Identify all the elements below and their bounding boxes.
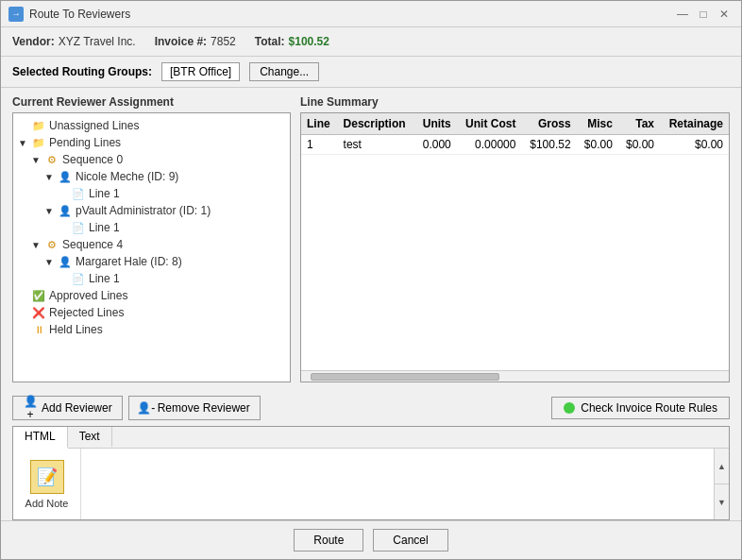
- table-row[interactable]: 1 test 0.000 0.00000 $100.52 $0.00 $0.00…: [301, 135, 729, 155]
- col-unit-cost: Unit Cost: [457, 113, 522, 135]
- notes-text-area[interactable]: [81, 449, 714, 519]
- col-units: Units: [415, 113, 457, 135]
- tree-node-label: Sequence 0: [62, 153, 123, 166]
- list-item[interactable]: ▼ ⚙ Sequence 4: [30, 236, 286, 253]
- toggle-icon: ▼: [43, 257, 55, 267]
- tree-node-label: Held Lines: [49, 323, 103, 336]
- add-note-button[interactable]: 📝: [30, 460, 64, 494]
- cell-tax: $0.00: [618, 135, 660, 155]
- cancel-button[interactable]: Cancel: [373, 529, 447, 552]
- list-item[interactable]: 📄 Line 1: [57, 219, 286, 236]
- cell-gross: $100.52: [521, 135, 576, 155]
- reviewer-buttons: 👤+ Add Reviewer 👤- Remove Reviewer: [12, 396, 261, 420]
- invoice-number: 7852: [211, 35, 236, 48]
- tree-node-label: Unassigned Lines: [49, 119, 139, 132]
- list-item[interactable]: ❌ Rejected Lines: [17, 304, 286, 321]
- route-button[interactable]: Route: [294, 529, 363, 552]
- change-button[interactable]: Change...: [249, 62, 319, 81]
- folder-icon: 📁: [31, 135, 46, 150]
- list-item[interactable]: 📁 Unassigned Lines: [17, 117, 286, 134]
- list-item[interactable]: ✅ Approved Lines: [17, 287, 286, 304]
- cell-units: 0.000: [415, 135, 457, 155]
- horizontal-scrollbar[interactable]: [301, 370, 729, 382]
- vendor-item: Vendor: XYZ Travel Inc.: [12, 35, 136, 48]
- list-item[interactable]: ▼ 📁 Pending Lines: [17, 134, 286, 151]
- col-misc: Misc: [577, 113, 618, 135]
- reviewer-assignment-title: Current Reviewer Assignment: [12, 95, 291, 109]
- vendor-bar: Vendor: XYZ Travel Inc. Invoice #: 7852 …: [1, 27, 741, 57]
- scroll-down-button[interactable]: ▼: [715, 484, 729, 519]
- list-item[interactable]: ▼ 👤 Margaret Hale (ID: 8): [43, 253, 286, 270]
- col-description: Description: [338, 113, 415, 135]
- user-icon: 👤: [58, 203, 73, 218]
- main-window: → Route To Reviewers — □ ✕ Vendor: XYZ T…: [0, 0, 742, 560]
- routing-bar: Selected Routing Groups: [BTR Office] Ch…: [1, 57, 741, 88]
- check-invoice-route-rules-button[interactable]: Check Invoice Route Rules: [551, 397, 730, 419]
- list-item[interactable]: ⏸ Held Lines: [17, 321, 286, 338]
- check-rules-label: Check Invoice Route Rules: [581, 401, 717, 415]
- tree-node-label: pVault Administrator (ID: 1): [76, 204, 211, 217]
- list-item[interactable]: 📄 Line 1: [57, 185, 286, 202]
- tree-node-label: Margaret Hale (ID: 8): [76, 255, 182, 268]
- toggle-icon: ▼: [30, 155, 42, 165]
- tree-node-label: Approved Lines: [49, 289, 127, 302]
- rejected-icon: ❌: [31, 305, 46, 320]
- toggle-icon: ▼: [43, 206, 55, 216]
- list-item[interactable]: ▼ ⚙ Sequence 0: [30, 151, 286, 168]
- titlebar: → Route To Reviewers — □ ✕: [1, 1, 741, 27]
- remove-reviewer-button[interactable]: 👤- Remove Reviewer: [128, 396, 261, 420]
- tree-node-label: Line 1: [89, 187, 120, 200]
- reviewer-tree[interactable]: 📁 Unassigned Lines ▼ 📁 Pending Lines ▼ ⚙…: [12, 112, 291, 382]
- notes-area: HTML Text 📝 Add Note ▲ ▼: [12, 426, 730, 520]
- sequence-icon: ⚙: [44, 152, 59, 167]
- maximize-button[interactable]: □: [694, 5, 713, 24]
- tree-node-label: Line 1: [89, 221, 120, 234]
- tree-node-label: Nicole Meche (ID: 9): [76, 170, 178, 183]
- cell-description: test: [338, 135, 415, 155]
- held-icon: ⏸: [31, 322, 46, 337]
- col-tax: Tax: [618, 113, 660, 135]
- col-line: Line: [301, 113, 338, 135]
- scroll-up-button[interactable]: ▲: [715, 449, 729, 484]
- sequence-icon: ⚙: [44, 237, 59, 252]
- tree-node-label: Sequence 4: [62, 238, 123, 251]
- document-icon: 📄: [71, 271, 86, 286]
- footer-bar: Route Cancel: [1, 520, 741, 559]
- list-item[interactable]: ▼ 👤 pVault Administrator (ID: 1): [43, 202, 286, 219]
- tab-text[interactable]: Text: [68, 427, 112, 448]
- tree-node-label: Rejected Lines: [49, 306, 124, 319]
- add-reviewer-button[interactable]: 👤+ Add Reviewer: [12, 396, 123, 420]
- right-panel: Line Summary Line Description Units Unit…: [300, 95, 730, 382]
- notes-content: 📝 Add Note ▲ ▼: [13, 449, 729, 519]
- toggle-icon: ▼: [43, 172, 55, 182]
- vendor-name: XYZ Travel Inc.: [59, 35, 136, 48]
- green-dot-icon: [564, 402, 575, 414]
- tab-html[interactable]: HTML: [13, 427, 68, 449]
- titlebar-left: → Route To Reviewers: [8, 7, 130, 22]
- line-summary-table: Line Description Units Unit Cost Gross M…: [301, 113, 729, 155]
- notes-tabs: HTML Text: [13, 427, 729, 449]
- scrollbar-thumb[interactable]: [311, 373, 499, 381]
- add-note-label: Add Note: [25, 498, 69, 509]
- scroll-arrows: ▲ ▼: [714, 449, 729, 519]
- total-label: Total:: [255, 35, 285, 48]
- col-gross: Gross: [521, 113, 576, 135]
- toggle-icon: ▼: [17, 138, 28, 148]
- add-reviewer-icon: 👤+: [23, 400, 38, 416]
- list-item[interactable]: ▼ 👤 Nicole Meche (ID: 9): [43, 168, 286, 185]
- cell-misc: $0.00: [577, 135, 618, 155]
- tree-node-label: Pending Lines: [49, 136, 121, 149]
- add-reviewer-label: Add Reviewer: [42, 401, 112, 415]
- toggle-icon: ▼: [30, 240, 42, 250]
- vendor-label: Vendor:: [12, 35, 55, 48]
- action-button-bar: 👤+ Add Reviewer 👤- Remove Reviewer Check…: [1, 390, 741, 426]
- invoice-item: Invoice #: 7852: [155, 35, 236, 48]
- close-button[interactable]: ✕: [715, 5, 734, 24]
- add-note-area: 📝 Add Note: [13, 449, 81, 519]
- user-icon: 👤: [58, 169, 73, 184]
- minimize-button[interactable]: —: [673, 5, 692, 24]
- invoice-label: Invoice #:: [155, 35, 207, 48]
- list-item[interactable]: 📄 Line 1: [57, 270, 286, 287]
- approved-icon: ✅: [31, 288, 46, 303]
- line-summary-title: Line Summary: [300, 95, 730, 109]
